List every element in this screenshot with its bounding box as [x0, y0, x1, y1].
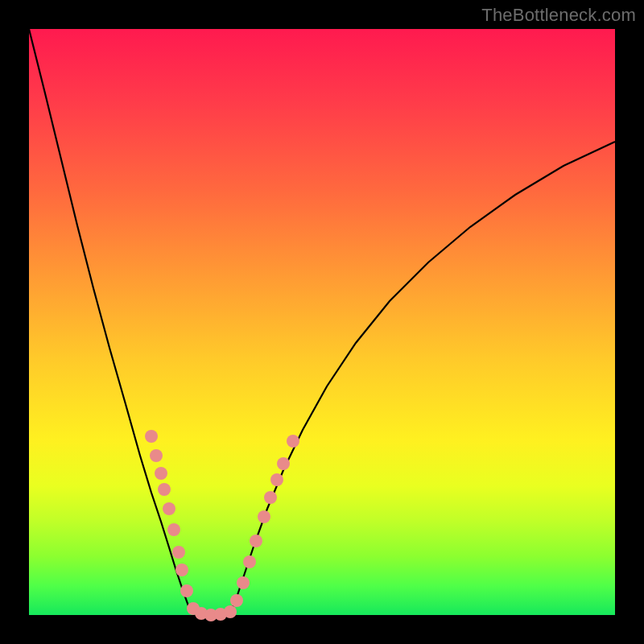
data-dot	[145, 430, 158, 443]
curve-svg	[29, 29, 615, 615]
curve-right	[230, 142, 615, 613]
data-dot	[258, 510, 270, 523]
watermark: TheBottleneck.com	[481, 5, 636, 26]
data-dot	[250, 535, 262, 547]
chart-frame: TheBottleneck.com	[0, 0, 644, 644]
data-dot	[270, 473, 283, 486]
curve-left	[29, 29, 190, 610]
data-dot	[287, 435, 299, 448]
data-dot	[180, 584, 193, 597]
data-dot	[163, 502, 175, 515]
data-dot	[230, 594, 243, 607]
data-dot	[167, 523, 180, 536]
data-dot	[264, 491, 277, 504]
data-dot	[243, 555, 256, 568]
plot-area	[29, 29, 615, 615]
data-dot	[237, 576, 250, 589]
data-dot	[277, 457, 290, 470]
data-dot	[172, 546, 185, 559]
data-dot	[175, 564, 188, 576]
data-dots	[145, 430, 299, 621]
data-dot	[155, 467, 167, 480]
data-dot	[158, 483, 171, 496]
data-dot	[150, 449, 163, 462]
data-dot	[224, 605, 237, 618]
